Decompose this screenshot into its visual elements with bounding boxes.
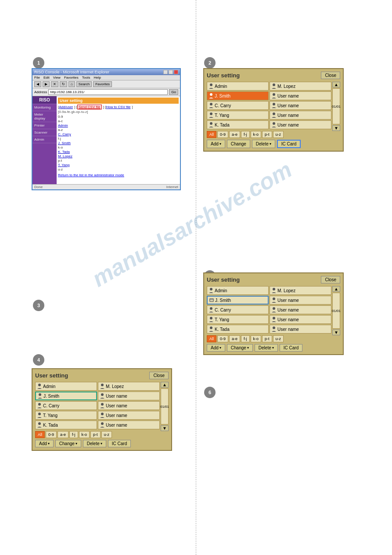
sidebar-item-printer[interactable]: Printer: [32, 122, 57, 129]
p2-user-ktada[interactable]: K. Tada: [207, 325, 269, 334]
return-link[interactable]: Return to the list in the administrator …: [58, 173, 179, 177]
user-entry-mlopez[interactable]: M. Lopez: [98, 382, 160, 391]
menu-view[interactable]: View: [53, 76, 61, 80]
p2-ic-card-button[interactable]: IC Card: [280, 344, 302, 352]
p1-user-username5[interactable]: User name: [270, 120, 331, 129]
p1-add-button[interactable]: Add ▾: [207, 140, 225, 148]
p2-user-mlopez[interactable]: M. Lopez: [270, 286, 331, 295]
user-entry-jsmith[interactable]: J. Smith: [35, 392, 97, 400]
menu-favorites[interactable]: Favorites: [64, 76, 79, 80]
p1-scroll-down[interactable]: ▼: [332, 125, 340, 131]
p1-user-admin[interactable]: Admin: [207, 82, 269, 91]
user-entry-username3[interactable]: User name: [98, 401, 160, 410]
delete-button[interactable]: Delete ▾: [83, 440, 106, 447]
p2-filter-p-t[interactable]: p-t: [262, 335, 272, 342]
scroll-down-button[interactable]: ▼: [161, 425, 169, 431]
address-input[interactable]: http://192.168.13.231/: [48, 89, 168, 95]
p2-change-button[interactable]: Change ▾: [227, 344, 253, 352]
filter-all[interactable]: All: [35, 431, 45, 438]
p1-user-ccarry[interactable]: C. Carry: [207, 101, 269, 110]
p1-ic-card-button[interactable]: IC Card: [277, 140, 301, 148]
filter-f-j[interactable]: f-j: [69, 431, 78, 438]
user-entry-username2[interactable]: User name: [98, 392, 160, 400]
sidebar-item-scanner[interactable]: Scanner: [32, 129, 57, 136]
p1-user-username4[interactable]: User name: [270, 111, 331, 120]
p1-scroll-up[interactable]: ▲: [332, 82, 340, 87]
p2-filter-f-j[interactable]: f-j: [241, 335, 250, 342]
filter-0-9[interactable]: 0-9: [46, 431, 57, 438]
p1-filter-a-e[interactable]: a-e: [229, 131, 240, 138]
p1-change-button[interactable]: Change: [227, 140, 250, 148]
p2-user-username5[interactable]: User name: [270, 325, 331, 334]
sidebar-item-monitoring[interactable]: Monitoring: [32, 104, 57, 111]
sidebar-item-meter[interactable]: Meter display: [32, 111, 57, 122]
p2-scroll-up[interactable]: ▲: [332, 286, 340, 292]
p2-user-ccarry[interactable]: C. Carry: [207, 305, 269, 314]
p1-filter-p-t[interactable]: p-t: [262, 131, 272, 138]
p1-filter-u-z[interactable]: u-z: [273, 131, 284, 138]
link-add[interactable]: Add/user: [59, 105, 73, 109]
change-button[interactable]: Change ▾: [55, 440, 81, 447]
user-entry-ktada[interactable]: K. Tada: [35, 421, 97, 429]
menu-edit[interactable]: Edit: [43, 76, 50, 80]
p1-user-username2[interactable]: User name: [270, 91, 331, 100]
user-entry-username5[interactable]: User name: [98, 421, 160, 429]
user-entry-ccarry[interactable]: C. Carry: [35, 401, 97, 410]
filter-u-z[interactable]: u-z: [101, 431, 112, 438]
p2-filter-0-9[interactable]: 0-9: [217, 335, 228, 342]
p1-delete-button[interactable]: Delete ▾: [252, 140, 275, 148]
p1-user-mlopez[interactable]: M. Lopez: [270, 82, 331, 91]
add-button[interactable]: Add ▾: [35, 440, 54, 447]
p2-user-admin[interactable]: Admin: [207, 286, 269, 295]
refresh-button[interactable]: ↻: [60, 81, 67, 87]
menu-file[interactable]: File: [34, 76, 40, 80]
p2-filter-u-z[interactable]: u-z: [273, 335, 284, 342]
filter-a-e[interactable]: a-e: [58, 431, 68, 438]
stop-button[interactable]: ✕: [51, 81, 58, 87]
sidebar-item-admin[interactable]: Admin: [32, 136, 57, 143]
menu-tools[interactable]: Tools: [82, 76, 90, 80]
p1-filter-all[interactable]: All: [207, 131, 216, 138]
p1-user-ktada[interactable]: K. Tada: [207, 120, 269, 129]
maximize-btn[interactable]: [169, 70, 173, 74]
p2-add-button[interactable]: Add ▾: [207, 344, 225, 352]
zone-text: Internet: [166, 185, 178, 189]
ic-card-button[interactable]: IC Card: [108, 440, 131, 447]
favorites-button[interactable]: Favorites: [93, 81, 112, 87]
user-entry-admin[interactable]: Admin: [35, 382, 97, 391]
p2-user-username4[interactable]: User name: [270, 315, 331, 324]
user-entry-tyang[interactable]: T. Yang: [35, 411, 97, 420]
p1-user-jsmith[interactable]: J. Smith: [207, 91, 269, 100]
p2-filter-k-o[interactable]: k-o: [251, 335, 262, 342]
p2-user-username3[interactable]: User name: [270, 305, 331, 314]
p2-delete-button[interactable]: Delete ▾: [255, 344, 278, 352]
search-button[interactable]: Search: [76, 81, 92, 87]
home-button[interactable]: ⌂: [68, 81, 75, 87]
link-import-csv[interactable]: How to CSV file: [106, 105, 130, 109]
p1-filter-k-o[interactable]: k-o: [251, 131, 262, 138]
p1-filter-0-9[interactable]: 0-9: [217, 131, 228, 138]
back-button[interactable]: ◀: [34, 81, 41, 87]
filter-k-o[interactable]: k-o: [79, 431, 90, 438]
p1-user-username3[interactable]: User name: [270, 101, 331, 110]
p2-scroll-down[interactable]: ▼: [332, 330, 340, 335]
p1-user-tyang[interactable]: T. Yang: [207, 111, 269, 120]
scroll-up-button[interactable]: ▲: [161, 382, 169, 388]
link-send-csv[interactable]: Send CSV file: [77, 105, 102, 109]
panel2-close-button[interactable]: Close: [321, 276, 340, 283]
go-button[interactable]: Go: [169, 89, 178, 95]
forward-button[interactable]: ▶: [43, 81, 50, 87]
minimize-btn[interactable]: [163, 70, 168, 74]
p2-user-jsmith[interactable]: J. Smith: [207, 296, 269, 305]
p2-user-tyang[interactable]: T. Yang: [207, 315, 269, 324]
close-btn[interactable]: [174, 70, 178, 74]
p2-filter-a-e[interactable]: a-e: [229, 335, 240, 342]
p1-filter-f-j[interactable]: f-j: [241, 131, 250, 138]
filter-p-t[interactable]: p-t: [90, 431, 101, 438]
p2-user-username2[interactable]: User name: [270, 296, 331, 305]
panel1-close-button[interactable]: Close: [321, 72, 340, 79]
user-entry-username4[interactable]: User name: [98, 411, 160, 420]
close-button[interactable]: Close: [149, 372, 169, 379]
menu-help[interactable]: Help: [94, 76, 101, 80]
p2-filter-all[interactable]: All: [207, 335, 216, 342]
